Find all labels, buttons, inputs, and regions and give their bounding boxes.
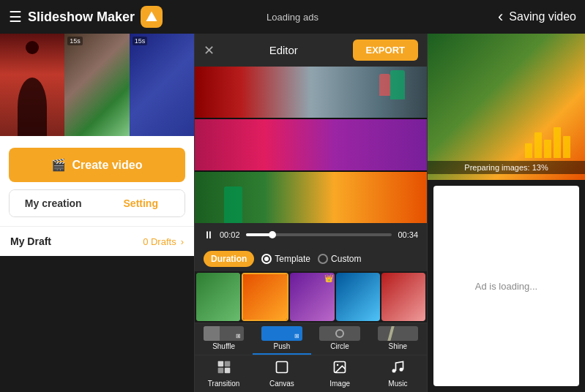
save-preview: Preparing images: 13% [428, 34, 585, 180]
transition-toolbar-label: Transition [208, 380, 240, 388]
playback-bar: ⏸ 00:02 00:34 [195, 223, 427, 246]
create-video-label: Create video [72, 159, 142, 172]
bar-3 [544, 140, 551, 158]
shine-preview [378, 326, 418, 341]
duration-badge[interactable]: Duration [204, 251, 254, 267]
shuffle-label: Shuffle [212, 342, 235, 350]
transition-icon [217, 360, 231, 378]
app-logo [141, 6, 163, 28]
canvas-icon [275, 360, 289, 378]
svg-rect-2 [224, 361, 230, 367]
thumb-3-label: 15s [133, 37, 148, 45]
circle-label: Circle [330, 342, 349, 350]
left-panel: 15s 15s 🎬 Create video My creation Setti… [0, 34, 194, 392]
thumbnail-1 [0, 34, 64, 136]
film-icon: 🎬 [51, 158, 66, 172]
save-thumbnail: Preparing images: 13% [428, 34, 585, 180]
transition-circle[interactable]: Circle [311, 323, 369, 355]
transition-toolbar-item[interactable]: Transition [195, 355, 253, 392]
template-label: Template [275, 254, 310, 264]
frame-2 [195, 119, 427, 170]
hamburger-icon[interactable]: ☰ [9, 8, 22, 26]
custom-option[interactable]: Custom [318, 254, 361, 264]
progress-thumb [269, 231, 276, 238]
ad-loading-text: Ad is loading... [475, 281, 537, 292]
progress-track[interactable] [246, 233, 392, 236]
top-bar-right: ‹ Saving video [387, 7, 576, 26]
template-radio[interactable] [261, 254, 272, 264]
strip-thumb-2[interactable] [242, 273, 288, 321]
strip-thumb-5[interactable] [381, 273, 425, 321]
svg-point-7 [337, 364, 339, 366]
draft-row: My Draft 0 Drafts › [0, 226, 194, 256]
video-frames [195, 67, 427, 223]
frame-1 [195, 67, 427, 118]
thumbnail-3: 15s [130, 34, 194, 136]
ad-container: Ad is loading... [433, 186, 579, 386]
image-toolbar-item[interactable]: Image [311, 355, 369, 392]
top-bar-left: ☰ Slideshow Maker [9, 6, 198, 28]
transition-shine[interactable]: Shine [369, 323, 427, 355]
back-arrow-icon[interactable]: ‹ [498, 7, 503, 26]
music-toolbar-item[interactable]: Music [369, 355, 427, 392]
svg-point-8 [392, 369, 396, 373]
frame-3 [195, 172, 427, 223]
svg-marker-0 [146, 12, 157, 22]
image-toolbar-label: Image [329, 380, 350, 388]
time-total: 00:34 [398, 230, 418, 239]
video-preview [195, 67, 427, 223]
export-button[interactable]: EXPORT [353, 39, 418, 61]
strip-thumb-3[interactable]: 👑 [290, 273, 334, 321]
crown-icon: 👑 [324, 274, 333, 282]
my-draft-label: My Draft [10, 235, 51, 247]
duration-row: Duration Template Custom [195, 246, 427, 271]
push-label: Push [273, 342, 290, 350]
custom-label: Custom [331, 254, 361, 264]
draft-count-text: 0 Drafts [143, 236, 176, 247]
setting-tab[interactable]: Setting [97, 190, 185, 216]
pause-icon[interactable]: ⏸ [204, 229, 214, 241]
bar-4 [554, 127, 561, 158]
custom-radio[interactable] [318, 254, 328, 264]
circle-preview [319, 326, 359, 341]
chevron-right-icon: › [181, 236, 184, 247]
right-panel: Preparing images: 13% Ad is loading... [428, 34, 585, 392]
image-icon [332, 360, 347, 378]
canvas-toolbar-item[interactable]: Canvas [253, 355, 310, 392]
transition-types-row: ⊞ Shuffle ⊞ Push Circle Shine [195, 323, 427, 355]
music-toolbar-label: Music [388, 380, 407, 388]
canvas-toolbar-label: Canvas [269, 380, 294, 388]
left-thumbnails: 15s 15s [0, 34, 194, 136]
app-title: Slideshow Maker [28, 10, 135, 25]
bar-2 [534, 132, 542, 158]
my-creation-tab[interactable]: My creation [10, 190, 97, 216]
bottom-toolbar: Transition Canvas Image [195, 355, 427, 392]
svg-rect-1 [217, 361, 223, 367]
transition-shuffle[interactable]: ⊞ Shuffle [195, 323, 253, 355]
svg-rect-3 [217, 368, 223, 374]
svg-rect-4 [224, 368, 230, 374]
thumbnail-2: 15s [64, 34, 129, 136]
thumb-2-label: 15s [67, 37, 83, 45]
strip-thumb-4[interactable] [336, 273, 380, 321]
create-video-button[interactable]: 🎬 Create video [9, 148, 185, 182]
strip-thumb-1[interactable] [196, 273, 240, 321]
close-button[interactable]: ✕ [204, 42, 215, 59]
preparing-text: Preparing images: 13% [428, 161, 585, 174]
shuffle-preview: ⊞ [204, 326, 244, 341]
svg-point-9 [400, 368, 403, 372]
tab-row: My creation Setting [9, 189, 185, 217]
svg-rect-5 [276, 362, 287, 373]
editor-title: Editor [269, 44, 298, 56]
transition-push[interactable]: ⊞ Push [253, 323, 310, 355]
editor-header: ✕ Editor EXPORT [195, 34, 427, 67]
bar-5 [563, 136, 570, 158]
draft-count[interactable]: 0 Drafts › [143, 236, 184, 247]
center-panel: ✕ Editor EXPORT [194, 34, 428, 392]
template-option[interactable]: Template [261, 254, 310, 264]
push-preview: ⊞ [261, 326, 302, 341]
time-current: 00:02 [220, 230, 240, 239]
action-buttons: 🎬 Create video My creation Setting [0, 136, 194, 226]
top-bar-center: Loading ads [198, 12, 387, 23]
thumbnail-strip: 👑 [195, 271, 427, 323]
